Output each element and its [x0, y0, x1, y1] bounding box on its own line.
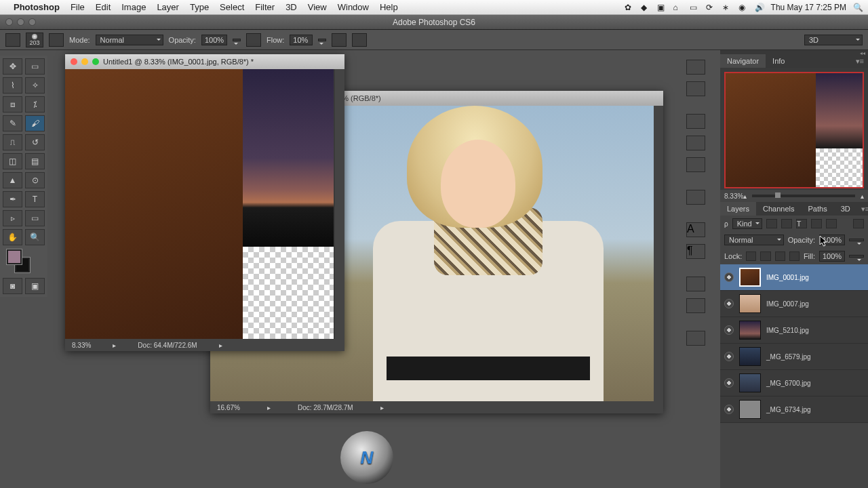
document-b-zoom[interactable]: 16.67% — [217, 404, 240, 411]
brush-tool[interactable]: 🖌 — [25, 115, 45, 131]
tool-preset-icon[interactable] — [5, 33, 20, 47]
styles-panel-icon[interactable] — [686, 298, 705, 313]
display-icon[interactable]: ⌂ — [673, 3, 683, 12]
menu-image[interactable]: Image — [121, 2, 146, 12]
document-b-info-icon[interactable]: ▸ — [267, 404, 271, 411]
char-icon[interactable]: A — [686, 222, 705, 237]
visibility-toggle-icon[interactable] — [724, 272, 734, 282]
shape-tool[interactable]: ▭ — [25, 210, 45, 226]
menu-layer[interactable]: Layer — [157, 2, 179, 12]
document-a-flyout[interactable]: ▸ — [219, 342, 222, 349]
screenmode-toggle[interactable]: ▣ — [25, 278, 45, 294]
layer-name[interactable]: _MG_6700.jpg — [766, 380, 811, 387]
layer-row[interactable]: IMG_0007.jpg — [720, 291, 868, 317]
tab-layers[interactable]: Layers — [720, 202, 756, 216]
document-a-info-icon[interactable]: ▸ — [113, 342, 116, 349]
filter-shape-icon[interactable] — [811, 219, 822, 228]
tab-info[interactable]: Info — [766, 54, 791, 68]
visibility-toggle-icon[interactable] — [724, 352, 734, 361]
spotlight-icon[interactable]: 🔍 — [853, 3, 863, 12]
visibility-toggle-icon[interactable] — [724, 378, 734, 388]
layer-thumbnail[interactable] — [739, 268, 761, 287]
healing-brush-tool[interactable]: ✎ — [3, 115, 22, 131]
menu-window[interactable]: Window — [338, 2, 369, 12]
marquee-tool[interactable]: ▭ — [25, 58, 45, 75]
doc-minimize-icon[interactable] — [81, 58, 88, 65]
blur-tool[interactable]: ▲ — [3, 172, 22, 188]
navigator-zoom-in-icon[interactable]: ▴ — [861, 192, 864, 200]
brush-presets-panel-icon[interactable] — [686, 136, 705, 150]
menu-select[interactable]: Select — [220, 2, 244, 12]
lock-all-icon[interactable] — [789, 251, 800, 261]
opacity-input[interactable]: 100% — [201, 35, 227, 45]
menubar-extra-icon[interactable]: ✿ — [625, 3, 634, 12]
tab-navigator[interactable]: Navigator — [720, 54, 766, 68]
layers-menu-icon[interactable]: ▾≡ — [857, 205, 868, 214]
magic-wand-tool[interactable]: ✧ — [25, 77, 45, 94]
layer-row[interactable]: _MG_6734.jpg — [720, 396, 868, 423]
gradient-tool[interactable]: ▤ — [25, 153, 45, 169]
properties-panel-icon[interactable] — [686, 114, 705, 129]
lasso-tool[interactable]: ⌇ — [3, 77, 22, 94]
menu-3d[interactable]: 3D — [285, 2, 297, 12]
layer-thumbnail[interactable] — [739, 294, 761, 313]
flow-input[interactable]: 10% — [290, 35, 313, 45]
menu-help[interactable]: Help — [380, 2, 398, 12]
document-a-titlebar[interactable]: Untitled1 @ 8.33% (IMG_0001.jpg, RGB/8*)… — [65, 54, 344, 69]
layer-thumbnail[interactable] — [739, 347, 761, 366]
zoom-tool[interactable]: 🔍 — [25, 229, 45, 245]
menubar-clock[interactable]: Thu May 17 7:25 PM — [771, 3, 846, 12]
menu-type[interactable]: Type — [190, 2, 209, 12]
filter-smart-icon[interactable] — [826, 219, 837, 228]
layer-thumbnail[interactable] — [739, 373, 761, 392]
crop-tool[interactable]: ⧈ — [3, 96, 22, 113]
visibility-toggle-icon[interactable] — [724, 405, 734, 414]
visibility-toggle-icon[interactable] — [724, 325, 734, 335]
navigator-zoom-out-icon[interactable]: ▴ — [743, 192, 747, 200]
document-a-zoom[interactable]: 8.33% — [72, 342, 91, 349]
path-select-tool[interactable]: ▹ — [3, 210, 22, 226]
navigator-proxy[interactable] — [724, 72, 864, 188]
airbrush-icon[interactable] — [332, 33, 347, 47]
navigator-menu-icon[interactable]: ▾≡ — [852, 57, 868, 66]
layer-thumbnail[interactable] — [739, 400, 761, 419]
app-menu[interactable]: Photoshop — [14, 2, 60, 12]
color-swatches[interactable] — [3, 248, 45, 275]
adjustments-panel-icon[interactable] — [686, 157, 705, 172]
eraser-tool[interactable]: ◫ — [3, 153, 22, 169]
menu-edit[interactable]: Edit — [96, 2, 111, 12]
type-tool[interactable]: T — [25, 191, 45, 207]
pressure-opacity-icon[interactable] — [246, 33, 261, 47]
layer-row[interactable]: IMG_5210.jpg — [720, 317, 868, 344]
move-tool[interactable]: ✥ — [3, 58, 22, 75]
layer-row[interactable]: _MG_6700.jpg — [720, 370, 868, 396]
layer-thumbnail[interactable] — [739, 321, 761, 340]
eyedropper-tool[interactable]: ⁒ — [25, 96, 45, 113]
quickmask-toggle[interactable]: ◙ — [3, 278, 22, 294]
filter-type-icon[interactable]: T — [796, 219, 807, 228]
lock-position-icon[interactable] — [775, 251, 785, 261]
paragraph-panel-icon[interactable]: ¶ — [686, 244, 705, 259]
lock-transparency-icon[interactable] — [746, 251, 756, 261]
dodge-tool[interactable]: ⊙ — [25, 172, 45, 188]
layer-filter-kind[interactable]: Kind — [732, 218, 762, 229]
menubar-app-icon[interactable]: ▣ — [657, 3, 667, 12]
layer-row[interactable]: IMG_0001.jpg — [720, 264, 868, 291]
clone-stamp-tool[interactable]: ⎍ — [3, 134, 22, 150]
layer-fill-flyout[interactable] — [849, 255, 864, 258]
pen-tool[interactable]: ✒ — [3, 191, 22, 207]
timemachine-icon[interactable]: ⟳ — [706, 3, 715, 12]
layer-opacity-input[interactable]: 100% — [819, 235, 845, 245]
layer-name[interactable]: _MG_6579.jpg — [766, 353, 811, 361]
traffic-close[interactable] — [5, 18, 13, 26]
opacity-flyout[interactable] — [233, 39, 241, 41]
menu-view[interactable]: View — [308, 2, 327, 12]
layer-blend-mode[interactable]: Normal — [724, 235, 784, 245]
document-b-vscroll[interactable] — [654, 106, 663, 401]
layer-name[interactable]: IMG_5210.jpg — [766, 327, 809, 334]
layer-row[interactable]: _MG_6579.jpg — [720, 344, 868, 370]
screen-icon[interactable]: ▭ — [690, 3, 699, 12]
dropbox-icon[interactable]: ◆ — [641, 3, 650, 12]
traffic-minimize[interactable] — [17, 18, 24, 26]
document-a-canvas[interactable] — [65, 69, 335, 339]
